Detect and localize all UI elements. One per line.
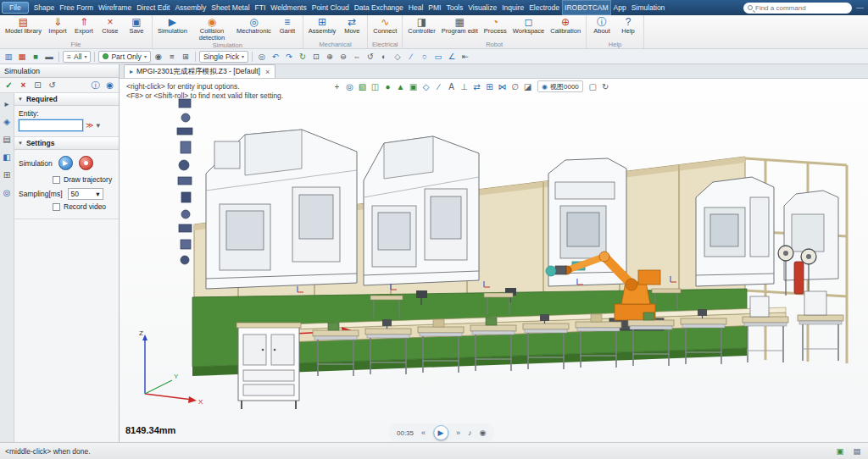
color-swatch-icon[interactable]: ■: [30, 51, 42, 63]
sketch-line-icon[interactable]: ∕: [405, 51, 417, 63]
pin-button[interactable]: ⊡: [31, 79, 44, 91]
menu-tab[interactable]: File: [2, 2, 29, 14]
controller-button[interactable]: ◨ Controller: [405, 16, 438, 36]
cone-icon[interactable]: ▲: [395, 81, 406, 92]
menu-tab[interactable]: Assembly: [172, 0, 209, 15]
view-selector[interactable]: ◉ 视图0000: [537, 80, 583, 92]
menu-tab[interactable]: Visualize: [465, 0, 499, 15]
export-button[interactable]: ⇑ Export: [71, 16, 97, 36]
undo-icon[interactable]: ↶: [270, 51, 281, 63]
mechatronic-button[interactable]: ◎ Mechatronic: [234, 16, 274, 36]
pan-icon[interactable]: ⇔: [351, 51, 363, 63]
redo-icon[interactable]: ↷: [283, 51, 295, 63]
search-input[interactable]: [755, 4, 840, 12]
refresh-icon[interactable]: ↻: [297, 51, 309, 63]
layer-dropdown[interactable]: ≡ All ▾: [63, 51, 91, 63]
sketch-icon[interactable]: ∕: [433, 81, 444, 92]
import-button[interactable]: ⇓ Import: [45, 16, 70, 36]
layers-icon[interactable]: ◧: [2, 152, 13, 163]
cnc-machine-4[interactable]: [696, 177, 774, 286]
display-filter-dropdown[interactable]: Part Only ▾: [98, 51, 150, 63]
connect-button[interactable]: ∿ Connect: [370, 16, 399, 36]
close-button[interactable]: × Close: [97, 16, 123, 36]
capture-button[interactable]: ◉: [480, 429, 487, 437]
document-tab[interactable]: ▸ MPGI-2301完成程序模拟.Z3 - [Default] ×: [124, 64, 275, 78]
floating-parts[interactable]: [177, 99, 192, 264]
entity-dropdown-icon[interactable]: ▾: [96, 121, 100, 130]
help-button[interactable]: ? Help: [615, 16, 641, 36]
record-video-row[interactable]: Record video: [53, 202, 114, 211]
menu-tab[interactable]: Wireframe: [96, 0, 134, 15]
mirror-icon[interactable]: ⋈: [497, 81, 508, 92]
grid-icon[interactable]: ⊞: [2, 169, 13, 180]
menu-tab[interactable]: FTI: [253, 0, 269, 15]
move-entity-icon[interactable]: ⇄: [471, 81, 482, 92]
measure-icon[interactable]: ∅: [509, 81, 520, 92]
rewind-button[interactable]: «: [421, 429, 426, 437]
display-mode-icon[interactable]: ▣: [834, 445, 846, 457]
entity-display-icon[interactable]: ▥: [3, 51, 14, 63]
face-color-icon[interactable]: ▦: [16, 51, 28, 63]
viewport[interactable]: ▸ MPGI-2301完成程序模拟.Z3 - [Default] ×: [120, 64, 868, 442]
wireframe-mode-icon[interactable]: ◇: [392, 51, 403, 63]
play-simulation-button[interactable]: ▶: [58, 156, 73, 170]
cabinet[interactable]: [236, 323, 301, 409]
zoom-in-icon[interactable]: ⊕: [324, 51, 336, 63]
scene-3d-view[interactable]: Z X Y: [120, 79, 868, 442]
menu-tab[interactable]: Direct Edit: [134, 0, 172, 15]
csys-icon[interactable]: ⊥: [459, 81, 470, 92]
pointer-icon[interactable]: ▸: [2, 98, 13, 109]
simulation-button[interactable]: ▶ Simulation: [155, 16, 190, 36]
dimension-icon[interactable]: ⇤: [459, 51, 471, 63]
sketch-rect-icon[interactable]: ▭: [432, 51, 444, 63]
block-icon[interactable]: ▣: [408, 81, 419, 92]
cancel-button[interactable]: ×: [17, 79, 30, 91]
grid-view-icon[interactable]: ⊞: [180, 51, 192, 63]
ok-button[interactable]: ✓: [3, 79, 15, 91]
workspace-button[interactable]: ◻ Workspace: [510, 16, 547, 36]
workspace-grid-icon[interactable]: ▤: [851, 445, 863, 457]
play-button[interactable]: ▶: [433, 425, 448, 440]
menu-tab[interactable]: Inquire: [499, 0, 526, 15]
sphere-icon[interactable]: ●: [382, 81, 393, 92]
volume-button[interactable]: ♪: [468, 429, 472, 437]
cube-icon[interactable]: ▧: [357, 81, 368, 92]
reset-button[interactable]: ↺: [46, 79, 58, 91]
sketch-circle-icon[interactable]: ○: [419, 51, 431, 63]
menu-tab[interactable]: PMI: [426, 0, 443, 15]
machine-right[interactable]: [784, 191, 838, 280]
record-video-checkbox[interactable]: [53, 203, 60, 211]
menu-tab[interactable]: Heal: [406, 0, 426, 15]
save-button[interactable]: ▣ Save: [124, 16, 149, 36]
zoom-fit-icon[interactable]: ⊡: [310, 51, 322, 63]
draw-trajectory-row[interactable]: Draw trajectory: [53, 175, 114, 184]
section-icon[interactable]: ◪: [522, 81, 533, 92]
menu-tab[interactable]: Weldments: [268, 0, 309, 15]
pick-filter-dropdown[interactable]: Single Pick ▾: [199, 51, 248, 63]
process-button[interactable]: ◔ Process: [481, 16, 509, 36]
settings-section-header[interactable]: ▼ Settings: [14, 137, 119, 150]
shaded-mode-icon[interactable]: ◐: [378, 51, 390, 63]
collision-detection-button[interactable]: ◉ Collision detection: [191, 16, 233, 41]
minimize-icon[interactable]: —: [856, 3, 864, 12]
menu-tab[interactable]: Point Cloud: [309, 0, 352, 15]
text-icon[interactable]: A: [446, 81, 457, 92]
sheet-icon[interactable]: ▤: [2, 134, 13, 145]
point-target-icon[interactable]: ◎: [344, 81, 355, 92]
plane-icon[interactable]: ◇: [420, 81, 431, 92]
target-icon[interactable]: ◎: [2, 187, 13, 198]
float-window-icon[interactable]: ▢: [587, 81, 598, 92]
line-width-icon[interactable]: ▬: [43, 51, 55, 63]
refresh-view-icon[interactable]: ↻: [600, 81, 611, 92]
menu-tab[interactable]: Sheet Metal: [209, 0, 252, 15]
assembly-button[interactable]: ⊞ Assembly: [306, 16, 339, 36]
menu-tab[interactable]: Shape: [31, 0, 58, 15]
zoom-out-icon[interactable]: ⊖: [337, 51, 349, 63]
pattern-icon[interactable]: ⊞: [484, 81, 495, 92]
select-filter-icon[interactable]: ◎: [256, 51, 268, 63]
visibility-icon[interactable]: ◉: [153, 51, 164, 63]
info-button[interactable]: ⓘ: [89, 79, 102, 91]
about-button[interactable]: ⓘ About: [589, 16, 615, 36]
entity-options-icon[interactable]: ≫: [86, 121, 93, 130]
menu-tab[interactable]: Simulation: [629, 0, 668, 15]
